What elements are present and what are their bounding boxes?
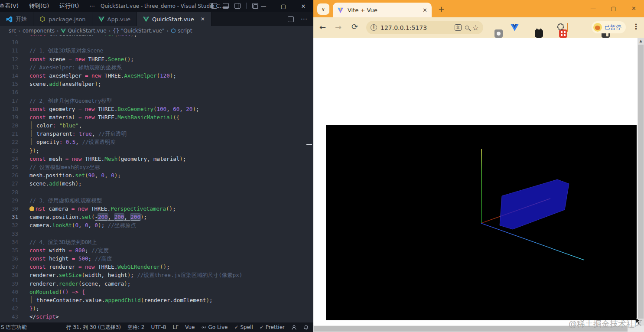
code-line[interactable]: 32camera.lookAt(0, 0, 0); //坐标原点 [0,221,313,229]
code-line[interactable]: 42}); [0,304,313,312]
code-line[interactable]: 11// 1、创建3D场景对象Scene [0,46,313,55]
menu-view[interactable]: 查看(V) [0,2,24,10]
browser-maximize-button[interactable]: ▢ [603,0,624,16]
breadcrumb-src[interactable]: src [9,28,16,34]
notifications-bell-icon[interactable] [303,325,309,330]
breadcrumb-symbol[interactable]: {} "QuickStart.vue" [113,28,164,34]
code-line[interactable]: 17// 2、创建几何体Geometry模型 [0,97,313,105]
browser-minimize-button[interactable]: — [583,0,603,16]
code-line[interactable]: 27scene.add(mesh); [0,179,313,188]
reload-button[interactable]: ⟳ [351,22,358,31]
code-line[interactable]: 13// AxesHelper: 辅助观察的坐标系 [0,63,313,72]
code-line[interactable]: 29// 3、使用虚拟相机观察模型 [0,196,313,205]
line-number: 14 [0,72,18,80]
code-line[interactable]: 30nst camera = new THREE.PerspectiveCame… [0,205,313,213]
browser-close-button[interactable]: ✕ [624,0,644,16]
vertical-scrollbar[interactable]: ▲ [637,38,644,325]
vscode-maximize-button[interactable]: ▢ [273,0,293,12]
tab-search-button[interactable]: ∨ [317,3,329,15]
url-text[interactable]: 127.0.0.1:5173 [381,24,451,31]
status-prettier[interactable]: ✓ Prettier [260,324,285,330]
status-cursor-position[interactable]: 行 31, 列 30 (已选择3) [66,324,121,331]
forward-button[interactable]: → [335,23,342,32]
code-line[interactable]: 20color: "blue", [0,121,313,130]
tab-welcome[interactable]: 开始 [0,12,33,26]
line-number: 35 [0,246,18,254]
breadcrumb-components[interactable]: components [23,28,55,34]
code-line[interactable]: 26mesh.position.set(90, 0, 0); [0,171,313,179]
vscode-minimize-button[interactable]: — [254,0,273,12]
code-line[interactable]: 33 [0,230,313,238]
status-spell[interactable]: ✓ Spell [234,324,253,330]
debugger-paused-badge[interactable]: 已暂停 [592,21,626,33]
vue-devtools-extension-icon[interactable] [511,23,519,32]
code-line[interactable]: 15scene.add(axesHelper); [0,80,313,88]
code-line[interactable]: 41threeContainer.value.appendChild(rende… [0,296,313,304]
line-number: 15 [0,80,18,88]
threejs-canvas[interactable] [326,125,637,320]
tab-package-json[interactable]: package.json [33,12,92,26]
address-bar[interactable]: i 127.0.0.1:5173 文 ☆ [366,21,483,34]
minimap[interactable] [272,36,308,82]
status-language-mode[interactable]: Vue [185,324,195,330]
code-line[interactable]: 12const scene = new THREE.Scene(); [0,55,313,63]
code-line[interactable]: 21transparent: true, //开启透明 [0,130,313,138]
status-eol[interactable]: LF [172,324,179,330]
code-line[interactable]: 19const material = new THREE.MeshBasicMa… [0,113,313,121]
status-language-features[interactable]: S 语言功能 [1,324,26,331]
status-encoding[interactable]: UTF-8 [151,324,166,330]
site-info-icon[interactable]: i [371,24,377,31]
bookmark-star-icon[interactable]: ☆ [472,25,479,31]
scroll-up-arrow-icon[interactable]: ▲ [637,38,644,44]
translate-icon[interactable]: 文 [455,24,462,31]
browser-tab[interactable]: Vite + Vue ✕ [333,3,432,17]
back-button[interactable]: ← [319,23,326,32]
code-line[interactable]: 22opacity: 0.5, //设置透明度 [0,138,313,146]
code-line[interactable]: 10 [0,38,313,46]
split-editor-icon[interactable] [288,16,294,22]
accounts-icon[interactable] [291,325,297,330]
tab-app-vue[interactable]: App.vue [92,12,137,26]
breadcrumb-script[interactable]: script [171,28,192,34]
code-line[interactable]: 14const axesHelper = new THREE.AxesHelpe… [0,72,313,80]
code-editor[interactable]: 9const threeContainer = ref(null);1011//… [0,36,313,322]
status-indent[interactable]: 空格: 2 [127,324,145,331]
menu-goto[interactable]: 转到(G) [24,2,54,10]
code-line[interactable]: 24const mesh = new THREE.Mesh(geometry, … [0,155,313,163]
code-line[interactable]: 43</script> [0,312,313,321]
code-line[interactable]: 39renderer.render(scene, camera); [0,280,313,288]
code-line[interactable]: 38renderer.setSize(width, height); //设置t… [0,271,313,279]
screenshot-extension-icon[interactable] [494,29,503,38]
code-line[interactable]: 34// 4、渲染3D场景到DOM上 [0,238,313,246]
code-line[interactable]: 31camera.position.set(-200, 200, 200); [0,213,313,221]
code-line[interactable]: 35const width = 800; //宽度 [0,246,313,254]
code-line[interactable]: 36const height = 500; //高度 [0,254,313,263]
code-line[interactable]: 16 [0,88,313,96]
code-line[interactable]: 18const geometry = new THREE.BoxGeometry… [0,105,313,113]
toggle-secondary-sidebar-icon[interactable] [234,3,241,9]
status-go-live[interactable]: Go Live [201,324,228,330]
code-line[interactable]: 37const renderer = new THREE.WebGLRender… [0,263,313,271]
tab-close-icon[interactable]: ✕ [423,7,427,13]
breadcrumb-file[interactable]: QuickStart.vue [61,28,106,34]
menu-more[interactable]: ··· [84,3,100,10]
toggle-sidebar-icon[interactable] [211,3,217,9]
code-line[interactable]: 23}); [0,146,313,155]
new-tab-button[interactable]: + [438,4,445,13]
editor-more-actions-icon[interactable]: ··· [301,15,307,23]
toggle-panel-icon[interactable] [223,3,229,9]
browser-menu-kebab-icon[interactable]: ⋮ [632,22,640,31]
vscode-close-button[interactable]: ✕ [293,0,313,12]
close-tab-icon[interactable]: ✕ [201,16,205,22]
menu-run[interactable]: 运行(R) [54,2,84,10]
zoom-icon[interactable] [465,26,469,29]
vertical-scrollbar-thumb[interactable] [638,45,644,319]
tab-quickstart-vue[interactable]: QuickStart.vue ✕ [137,12,211,26]
braces-icon: {} [113,28,119,34]
code-line[interactable]: 40onMounted(() => { [0,288,313,296]
breadcrumb-separator: › [19,28,20,34]
cat-catch-extension-icon[interactable] [535,29,543,38]
code-line[interactable]: 28 [0,188,313,196]
extensions-puzzle-icon[interactable] [556,23,565,32]
code-line[interactable]: 25// 设置模型mesh的xyz坐标 [0,163,313,171]
